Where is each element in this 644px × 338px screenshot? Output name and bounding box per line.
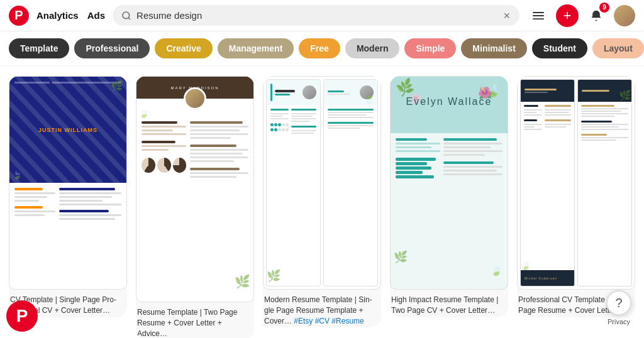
svg-rect-2	[533, 12, 544, 13]
privacy-button[interactable]: ? Privacy	[606, 290, 631, 325]
pin-card-5[interactable]: Michel Andersen	[517, 76, 635, 317]
chip-free[interactable]: Free	[299, 38, 340, 58]
pin-card-4[interactable]: 🌿 🍃 🌸 🌺 Evelyn Wallace	[390, 76, 508, 317]
svg-line-1	[128, 18, 130, 19]
avatar[interactable]	[614, 5, 635, 26]
svg-rect-3	[533, 15, 544, 16]
search-input[interactable]	[136, 10, 498, 21]
chip-modern[interactable]: Modern	[345, 38, 400, 58]
privacy-icon: ?	[606, 290, 631, 315]
search-bar[interactable]: ✕	[113, 5, 519, 26]
svg-rect-4	[533, 18, 544, 19]
nav-ads[interactable]: Ads	[87, 10, 105, 21]
header-actions: + 9	[527, 4, 635, 27]
avatar-image	[614, 5, 635, 26]
svg-point-0	[123, 12, 130, 19]
add-button[interactable]: +	[556, 4, 579, 27]
chip-creative[interactable]: Creative	[155, 38, 212, 58]
chip-student[interactable]: Student	[532, 38, 587, 58]
notifications-badge: 9	[599, 3, 609, 13]
chip-professional[interactable]: Professional	[74, 38, 150, 58]
menu-button[interactable]	[527, 4, 550, 27]
clear-search-icon[interactable]: ✕	[503, 11, 511, 21]
chip-management[interactable]: Management	[218, 38, 294, 58]
gallery: JUSTIN WILLIAMS 🌿 🍃	[0, 66, 644, 338]
header: P Analytics Ads ✕ + 9	[0, 0, 644, 31]
search-icon	[121, 11, 131, 21]
bottom-pinterest-logo[interactable]: P	[6, 300, 38, 332]
gallery-col-4: 🌿 🍃 🌸 🌺 Evelyn Wallace	[390, 76, 508, 317]
logo-letter: P	[14, 8, 23, 23]
pin-card-3[interactable]: 🌿 🍃 Modern Resume Template | Sin­gle Pag…	[263, 76, 381, 327]
privacy-label: Privacy	[608, 318, 630, 325]
chip-layout[interactable]: Layout	[592, 38, 644, 58]
notifications-button[interactable]: 9	[585, 4, 608, 27]
gallery-col-5: Michel Andersen	[517, 76, 635, 317]
chip-minimalist[interactable]: Minimalist	[461, 38, 526, 58]
gallery-col-1: JUSTIN WILLIAMS 🌿 🍃	[9, 76, 127, 317]
pin-card-1[interactable]: JUSTIN WILLIAMS 🌿 🍃	[9, 76, 127, 317]
chip-template[interactable]: Template	[9, 38, 69, 58]
hamburger-icon	[533, 10, 544, 21]
nav-analytics[interactable]: Analytics	[36, 10, 79, 21]
gallery-col-2: MARY MADDISON	[136, 76, 254, 338]
gallery-col-3: 🌿 🍃 Modern Resume Template | Sin­gle Pag…	[263, 76, 381, 327]
chip-simple[interactable]: Simple	[404, 38, 456, 58]
pin-card-2[interactable]: MARY MADDISON	[136, 76, 254, 338]
nav: Analytics Ads	[36, 10, 105, 21]
filter-bar: Template Professional Creative Managemen…	[0, 31, 644, 66]
pinterest-logo[interactable]: P	[9, 6, 29, 26]
